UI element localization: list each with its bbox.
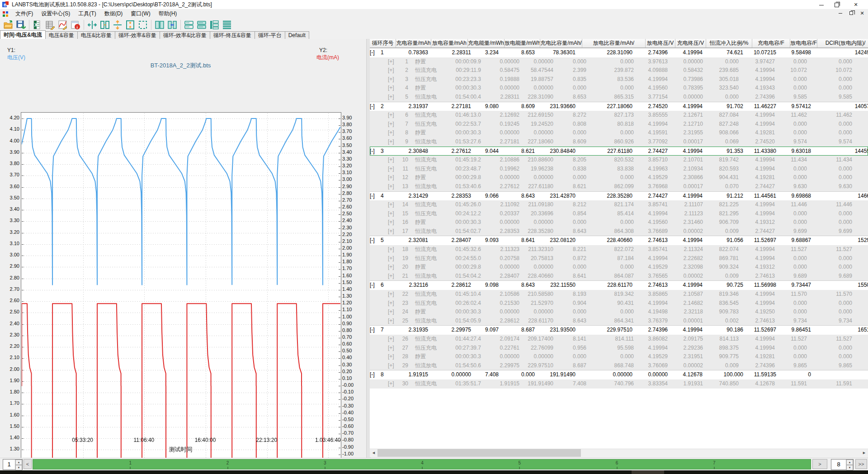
step-row-26[interactable]: [+]26恒流充电01:44:27.42.09174209.174008.141… bbox=[370, 335, 868, 344]
menu-item-1[interactable]: 设置中心(S) bbox=[37, 9, 74, 19]
expand-vertical-icon[interactable] bbox=[124, 19, 136, 30]
tab-6[interactable]: 循环-平台 bbox=[255, 31, 285, 39]
column-header-0[interactable]: 循环序号 bbox=[370, 39, 396, 47]
step-row-6[interactable]: [+]6恒流充电01:46:13.02.12692212.691508.2728… bbox=[370, 111, 868, 120]
prev-page-button[interactable]: < bbox=[24, 459, 32, 469]
column-header-5[interactable]: 充电比容量/mAh/ bbox=[540, 39, 582, 47]
cycle-row-6[interactable]: [-]62.321162.286129.0988.643232.11550228… bbox=[370, 280, 868, 290]
spin-down-icon[interactable]: ▼ bbox=[15, 465, 22, 470]
next-page-button[interactable]: > bbox=[812, 459, 827, 469]
step-row-2[interactable]: [+]2恒流充电00:29:11.90.5847558.475442.39923… bbox=[370, 66, 868, 75]
scrollbar-thumb[interactable] bbox=[377, 449, 581, 457]
step-row-10[interactable]: [+]10恒流充电01:45:19.22.10886210.886008.205… bbox=[370, 156, 868, 165]
child-close-button[interactable]: ✕ bbox=[858, 10, 866, 17]
scroll-left-button[interactable]: ◄ bbox=[370, 449, 377, 457]
step-row-28[interactable]: [+]28静置00:00:30.30.000000.000000.0000.00… bbox=[370, 352, 868, 361]
step-row-22[interactable]: [+]22恒流充电01:45:10.42.10586210.585808.193… bbox=[370, 290, 868, 299]
step-row-25[interactable]: [+]25恒流放电01:54:05.92.28612228.611708.643… bbox=[370, 317, 868, 326]
merge-panes-icon[interactable] bbox=[99, 19, 111, 30]
pane-adjust-icon[interactable] bbox=[166, 19, 178, 30]
tab-0[interactable]: 时间-电压&电流 bbox=[0, 30, 46, 39]
menu-item-2[interactable]: 工具(T) bbox=[74, 9, 100, 19]
curve-edit-icon[interactable] bbox=[57, 19, 69, 30]
column-header-8[interactable]: 充电终压/V bbox=[675, 39, 706, 47]
tab-1[interactable]: 电压&容量 bbox=[45, 31, 78, 39]
child-restore-button[interactable] bbox=[847, 10, 855, 17]
column-header-4[interactable]: 放电能量/mWh bbox=[505, 39, 540, 47]
cycle-row-7[interactable]: [-]72.319352.299759.0978.687231.93500229… bbox=[370, 325, 868, 335]
spin-up-icon[interactable]: ▲ bbox=[15, 460, 22, 465]
report-table-icon[interactable] bbox=[44, 19, 56, 30]
step-row-5[interactable]: [+]5恒流放电01:54:00.42.28311228.310908.6538… bbox=[370, 93, 868, 102]
list-detail-icon[interactable] bbox=[183, 19, 195, 30]
menu-item-4[interactable]: 窗口(W) bbox=[127, 9, 154, 19]
column-header-1[interactable]: 充电容量/mAh bbox=[396, 39, 431, 47]
cycle-row-1[interactable]: [-]10.783632.283113.2348.65378.36301228.… bbox=[370, 48, 868, 57]
schedule-info-icon[interactable]: i bbox=[70, 19, 81, 30]
cycle-row-2[interactable]: [-]22.319372.271819.0808.609231.93660227… bbox=[370, 102, 868, 111]
cycle-row-8[interactable]: [-]81.919150.000007.4080.000191.914900.0… bbox=[370, 370, 868, 379]
step-row-15[interactable]: [+]15恒压充电00:24:12.20.2033720.336960.8548… bbox=[370, 209, 868, 218]
step-row-11[interactable]: [+]11恒压充电00:23:48.70.1996219.962380.8388… bbox=[370, 165, 868, 174]
step-row-3[interactable]: [+]3恒压充电00:23:23.30.1988819.887570.83583… bbox=[370, 75, 868, 84]
column-header-9[interactable]: 恒流冲入比例/% bbox=[706, 39, 752, 47]
spin-down-icon[interactable]: ▼ bbox=[846, 465, 853, 470]
column-header-3[interactable]: 充电能量/mWh bbox=[468, 39, 505, 47]
excel-export-icon[interactable]: X bbox=[32, 19, 43, 30]
step-row-27[interactable]: [+]27恒压充电00:27:39.70.2276122.760990.9569… bbox=[370, 344, 868, 353]
step-row-13[interactable]: [+]13恒流放电01:53:40.62.27612227.611808.621… bbox=[370, 182, 868, 191]
step-row-1[interactable]: [+]1静置00:00:09.90.000000.000000.0000.000… bbox=[370, 57, 868, 66]
split-vertical-icon[interactable] bbox=[86, 19, 98, 30]
menu-item-3[interactable]: 数据(D) bbox=[100, 9, 127, 19]
step-row-14[interactable]: [+]14恒流充电01:45:26.02.11092211.091808.212… bbox=[370, 200, 868, 209]
tab-5[interactable]: 循环-终压&容量 bbox=[210, 31, 255, 39]
step-row-8[interactable]: [+]8静置00:00:30.30.000000.000000.0000.000… bbox=[370, 128, 868, 137]
step-row-4[interactable]: [+]4静置00:00:30.30.000000.000000.0000.000… bbox=[370, 84, 868, 93]
table-horizontal-scrollbar[interactable]: ◄ ► bbox=[370, 449, 868, 457]
page-progress-bar[interactable]: 1234567 bbox=[33, 459, 811, 469]
step-row-17[interactable]: [+]17恒流放电01:54:02.72.28353228.352808.643… bbox=[370, 227, 868, 236]
list-rows-icon[interactable] bbox=[221, 19, 233, 30]
two-pane-icon[interactable] bbox=[154, 19, 165, 30]
step-row-19[interactable]: [+]19恒压充电00:24:55.00.2075820.758130.8728… bbox=[370, 254, 868, 263]
cycle-row-5[interactable]: [-]52.320812.284079.0938.641232.08120228… bbox=[370, 236, 868, 245]
step-row-29[interactable]: [+]29恒流放电01:54:50.62.29975229.975108.687… bbox=[370, 361, 868, 370]
last-page-button[interactable]: >> bbox=[855, 459, 867, 469]
plot-area[interactable] bbox=[21, 112, 341, 458]
menu-item-0[interactable]: 文件(F) bbox=[11, 9, 37, 19]
column-header-10[interactable]: 充电电容/F bbox=[752, 39, 790, 47]
scroll-right-button[interactable]: ► bbox=[860, 449, 868, 457]
child-minimize-button[interactable] bbox=[836, 10, 844, 17]
list-summary-icon[interactable] bbox=[196, 19, 208, 30]
step-row-16[interactable]: [+]16静置00:00:30.30.000000.000000.0000.00… bbox=[370, 218, 868, 227]
left-page-spinner[interactable]: 1 ▲▼ bbox=[3, 459, 23, 470]
step-row-7[interactable]: [+]7恒压充电00:22:53.70.1924519.245200.80880… bbox=[370, 120, 868, 129]
column-header-2[interactable]: 放电容量/mAh bbox=[431, 39, 468, 47]
cycle-row-3[interactable]: [-]32.308482.276129.0448.621230.84840227… bbox=[370, 147, 868, 156]
restore-button[interactable] bbox=[829, 1, 844, 8]
column-header-11[interactable]: 放电电容/F bbox=[790, 39, 817, 47]
column-header-7[interactable]: 放电终压/V bbox=[646, 39, 675, 47]
step-row-21[interactable]: [+]21恒流放电01:54:04.22.28407228.406608.641… bbox=[370, 272, 868, 281]
spin-up-icon[interactable]: ▲ bbox=[846, 460, 853, 465]
step-row-23[interactable]: [+]23恒压充电00:26:02.40.2153021.529700.9049… bbox=[370, 299, 868, 308]
close-button[interactable]: ✕ bbox=[848, 1, 863, 8]
frame-select-icon[interactable] bbox=[137, 19, 149, 30]
step-row-9[interactable]: [+]9恒流放电01:53:27.62.27181227.180608.6098… bbox=[370, 137, 868, 147]
cycle-row-4[interactable]: [-]42.314292.283539.0668.643231.42870228… bbox=[370, 191, 868, 201]
tab-4[interactable]: 循环-效率&比容量 bbox=[160, 31, 210, 39]
menu-item-5[interactable]: 帮助(H) bbox=[155, 9, 181, 19]
open-file-icon[interactable] bbox=[2, 19, 14, 30]
split-horizontal-icon[interactable] bbox=[112, 19, 123, 30]
column-header-6[interactable]: 放电比容量/mAh/ bbox=[582, 39, 646, 47]
save-icon[interactable] bbox=[15, 19, 27, 30]
tab-3[interactable]: 循环-效率&容量 bbox=[115, 31, 160, 39]
right-page-spinner[interactable]: 8 ▲▼ bbox=[831, 459, 854, 470]
step-row-30[interactable]: [+]30恒流充电01:35:51.71.91915191.914907.408… bbox=[370, 379, 868, 389]
step-row-18[interactable]: [+]18恒流充电01:45:32.62.11323211.323108.221… bbox=[370, 245, 868, 254]
tab-2[interactable]: 电压&比容量 bbox=[77, 31, 115, 39]
tab-7[interactable]: Default bbox=[285, 31, 309, 39]
step-row-24[interactable]: [+]24静置00:00:30.30.000000.000000.0000.00… bbox=[370, 308, 868, 317]
list-columns-icon[interactable] bbox=[208, 19, 220, 30]
step-row-20[interactable]: [+]20静置00:00:29.80.000000.000000.0000.00… bbox=[370, 263, 868, 272]
